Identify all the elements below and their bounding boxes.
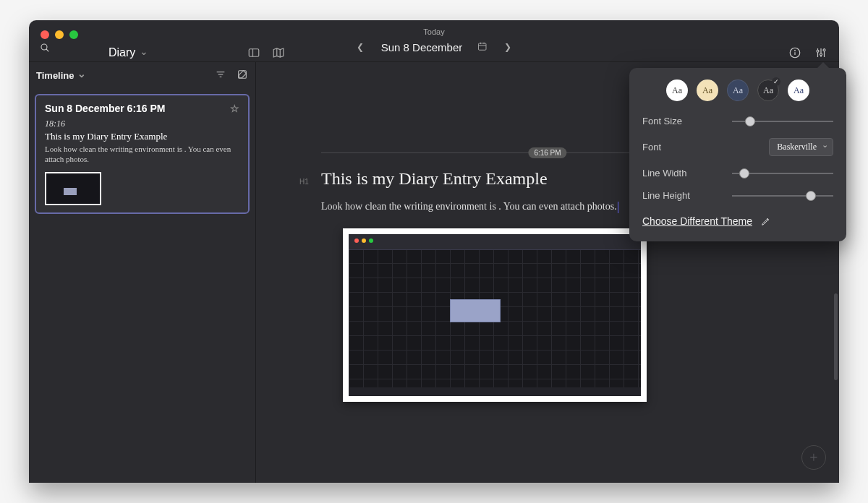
theme-swatches: Aa Aa Aa Aa Aa	[642, 79, 833, 101]
pencil-icon	[761, 216, 771, 226]
svg-line-1	[46, 49, 48, 51]
appearance-popover: Aa Aa Aa Aa Aa Font Size Font Baskervill…	[629, 68, 846, 241]
choose-theme-label: Choose Different Theme	[642, 215, 752, 227]
font-size-slider[interactable]	[732, 121, 833, 122]
font-label: Font	[642, 142, 661, 152]
current-date: Sun 8 December	[381, 41, 463, 53]
line-width-label: Line Width	[642, 168, 686, 179]
close-window-icon[interactable]	[41, 30, 49, 39]
svg-rect-2	[249, 49, 259, 57]
sidebar: Timeline Sun 8 December 6:16 PM ☆	[29, 62, 256, 483]
entry-time-pill: 6:16 PM	[528, 147, 566, 158]
font-row: Font Baskerville	[642, 138, 833, 156]
svg-point-16	[817, 50, 819, 52]
entry-time: 18:16	[45, 119, 239, 129]
entry-body-text: Look how clean the writing environment i…	[321, 201, 617, 212]
toolbar-right	[788, 46, 827, 62]
svg-rect-6	[478, 43, 486, 49]
filter-icon[interactable]	[215, 69, 226, 82]
choose-theme-link[interactable]: Choose Different Theme	[642, 215, 833, 227]
search-icon[interactable]	[39, 42, 51, 56]
view-selector[interactable]: Timeline	[36, 69, 86, 81]
line-height-slider[interactable]	[732, 195, 833, 197]
svg-point-0	[41, 44, 47, 50]
appearance-settings-icon[interactable]	[814, 46, 827, 62]
font-select[interactable]: Baskerville	[769, 138, 833, 156]
svg-point-12	[795, 51, 796, 51]
today-label: Today	[354, 27, 515, 36]
layout-toggles	[247, 46, 285, 62]
line-width-slider[interactable]	[732, 173, 833, 174]
theme-dark[interactable]: Aa	[757, 79, 779, 101]
heading-marker: H1	[299, 178, 309, 186]
theme-light-white[interactable]: Aa	[666, 79, 688, 101]
view-label: Timeline	[36, 70, 75, 81]
window-controls	[29, 30, 78, 39]
entry-thumbnail	[45, 172, 101, 205]
notebook-name: Diary	[109, 46, 135, 59]
sidebar-header: Timeline	[29, 62, 255, 88]
chevron-down-icon	[77, 69, 86, 81]
map-view-icon[interactable]	[272, 46, 285, 62]
info-icon[interactable]	[788, 46, 801, 62]
entry-date-label: Sun 8 December 6:16 PM	[45, 103, 166, 114]
chevron-down-icon	[140, 46, 148, 59]
entry-snippet: Look how clean the writing environment i…	[45, 144, 239, 165]
theme-sepia[interactable]: Aa	[697, 79, 718, 101]
date-navigator: Today ❮ Sun 8 December ❯	[354, 27, 515, 55]
sidebar-toggle-icon[interactable]	[247, 46, 260, 62]
attached-image-preview	[349, 234, 641, 396]
entry-title[interactable]: This is my Diary Entry Example	[321, 169, 548, 189]
font-value: Baskerville	[777, 142, 817, 152]
app-window: Diary Today ❮ Sun 8 December ❯	[29, 20, 839, 483]
notebook-selector[interactable]: Diary	[109, 46, 148, 59]
entry-title-preview: This is my Diary Entry Example	[45, 131, 239, 142]
prev-day-button[interactable]: ❮	[354, 39, 367, 55]
minimize-window-icon[interactable]	[55, 30, 64, 39]
add-entry-button[interactable]: +	[801, 445, 826, 470]
star-icon[interactable]: ☆	[230, 103, 239, 114]
text-cursor	[618, 202, 618, 213]
compose-icon[interactable]	[237, 69, 248, 82]
svg-point-18	[823, 49, 825, 51]
titlebar: Diary Today ❮ Sun 8 December ❯	[29, 20, 839, 62]
svg-point-17	[820, 53, 822, 56]
font-size-row: Font Size	[642, 116, 833, 126]
theme-navy[interactable]: Aa	[727, 79, 749, 101]
line-width-row: Line Width	[642, 168, 833, 179]
entry-card[interactable]: Sun 8 December 6:16 PM ☆ 18:16 This is m…	[35, 94, 250, 214]
theme-light-blue[interactable]: Aa	[788, 79, 809, 101]
attached-image[interactable]	[343, 228, 647, 402]
entry-body[interactable]: Look how clean the writing environment i…	[321, 201, 618, 213]
fullscreen-window-icon[interactable]	[69, 30, 78, 39]
next-day-button[interactable]: ❯	[501, 39, 514, 55]
font-size-label: Font Size	[642, 116, 682, 126]
line-height-label: Line Height	[642, 190, 690, 201]
calendar-icon[interactable]	[477, 41, 487, 53]
line-height-row: Line Height	[642, 190, 833, 201]
scrollbar[interactable]	[834, 293, 838, 380]
